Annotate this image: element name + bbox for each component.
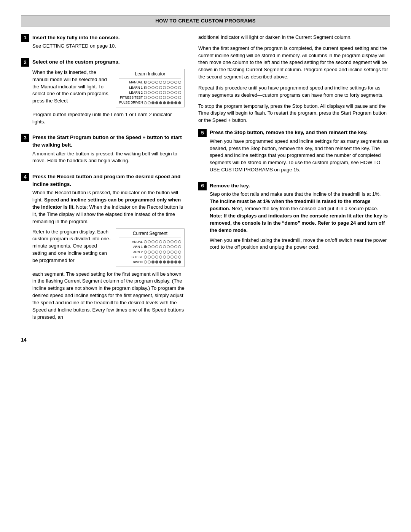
cs-row-riven: RIVEN (119, 260, 181, 264)
step-6-number: 6 (198, 182, 207, 190)
section-header: HOW TO CREATE CUSTOM PROGRAMS (21, 15, 390, 27)
page: HOW TO CREATE CUSTOM PROGRAMS 1 Insert t… (0, 0, 411, 532)
learn-indicator-diagram: Learn Indicator MANUAL (116, 69, 185, 107)
step-2-content: Select one of the custom programs. When … (32, 58, 185, 128)
step-5-body: When you have programmed speed and incli… (210, 138, 390, 174)
step-5-number: 5 (198, 129, 207, 137)
left-column: 1 Insert the key fully into the console.… (21, 34, 185, 517)
step-5-content: Press the Stop button, remove the key, a… (210, 129, 390, 177)
diagram-row-fitness: FITNESS TEST (119, 95, 181, 100)
step-2-title: Select one of the custom programs. (32, 58, 185, 66)
current-segment-diagram: Current Segment ANUAL (116, 228, 185, 267)
cs-row-stest: S TEST (119, 255, 181, 259)
step-4: 4 Press the Record button and program th… (21, 173, 185, 324)
right-para-1: additional indicator will light or darke… (198, 34, 390, 124)
step-4-title: Press the Record button and program the … (32, 173, 185, 188)
current-segment-title: Current Segment (119, 230, 181, 238)
diagram-row-pulse: PULSE DRIVEN (119, 100, 181, 105)
step-4-inline: Refer to the program display. Each custo… (32, 228, 185, 267)
step-6-content: Remove the key. Step onto the foot rails… (210, 182, 390, 254)
step-4-content: Press the Record button and program the … (32, 173, 185, 324)
step-2-inline: When the key is inserted, the manual mod… (32, 69, 185, 107)
step-4-body: When the Record button is pressed, the i… (32, 189, 185, 321)
step-1: 1 Insert the key fully into the console.… (21, 34, 185, 53)
diagram-row-learn2: LEARN 2 (119, 90, 181, 95)
cs-row-arn1: ARN 1 (119, 244, 181, 249)
step-3-title: Press the Start Program button or the Sp… (32, 134, 185, 149)
step-6: 6 Remove the key. Step onto the foot rai… (198, 182, 390, 254)
step-6-title: Remove the key. (210, 182, 390, 190)
learn-indicator-title: Learn Indicator (119, 71, 181, 78)
step-3-body: A moment after the button is pressed, th… (32, 150, 185, 165)
step-1-title: Insert the key fully into the console. (32, 34, 185, 42)
diagram-row-learn1: LEARN 1 (119, 85, 181, 90)
page-number: 14 (21, 329, 185, 344)
step-5-title: Press the Stop button, remove the key, a… (210, 129, 390, 136)
diagram-row-manual: MANUAL (119, 80, 181, 85)
cs-row-anual: ANUAL (119, 240, 181, 244)
step-2-body: When the key is inserted, the manual mod… (32, 69, 185, 126)
right-column: additional indicator will light or darke… (198, 34, 390, 517)
step-2-number: 2 (21, 58, 29, 67)
cs-row-arn2: ARN 2 (119, 250, 181, 254)
header-title: HOW TO CREATE CUSTOM PROGRAMS (155, 18, 256, 24)
step-1-content: Insert the key fully into the console. S… (32, 34, 185, 53)
step-2: 2 Select one of the custom programs. Whe… (21, 58, 185, 128)
step-4-number: 4 (21, 173, 29, 181)
step-3-number: 3 (21, 134, 29, 142)
step-1-number: 1 (21, 34, 29, 42)
step-3: 3 Press the Start Program button or the … (21, 134, 185, 168)
step-6-body: Step onto the foot rails and make sure t… (210, 191, 390, 251)
step-5: 5 Press the Stop button, remove the key,… (198, 129, 390, 177)
step-1-body: See GETTING STARTED on page 10. (32, 43, 185, 50)
step-3-content: Press the Start Program button or the Sp… (32, 134, 185, 168)
